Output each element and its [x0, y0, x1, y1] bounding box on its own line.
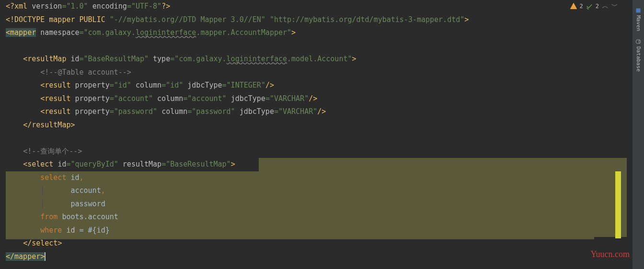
svg-point-1 — [639, 40, 641, 44]
code-line[interactable]: <result property="password" column="pass… — [0, 105, 632, 119]
code-line[interactable]: │ password — [0, 198, 632, 211]
check-icon[interactable] — [586, 3, 593, 10]
code-line[interactable]: <mapper namespace="com.galaxy.logininter… — [0, 26, 632, 40]
editor-area[interactable]: 2 2 ︿ ﹀ <?xml version="1.0" encoding="UT… — [0, 0, 632, 269]
database-tab[interactable]: Database — [634, 35, 643, 76]
code-line[interactable]: <!--查询单个--> — [0, 145, 632, 158]
code-line[interactable]: <?xml version="1.0" encoding="UTF-8"?> — [0, 0, 632, 13]
code-line[interactable]: </select> — [0, 237, 632, 250]
check-count: 2 — [596, 3, 599, 10]
code-line[interactable]: </resultMap> — [0, 119, 632, 132]
warning-count: 2 — [580, 3, 583, 10]
code-line[interactable]: </mapper> — [0, 250, 632, 264]
code-line[interactable]: │ account, — [0, 184, 632, 198]
scroll-marker[interactable] — [615, 171, 621, 238]
svg-rect-0 — [636, 9, 641, 13]
code-line[interactable]: <!DOCTYPE mapper PUBLIC "-//mybatis.org/… — [0, 13, 632, 27]
maven-tab[interactable]: Maven — [634, 4, 643, 35]
code-line[interactable]: <!--@Table account--> — [0, 66, 632, 79]
status-bar: 2 2 ︿ ﹀ — [570, 2, 618, 11]
code-line[interactable]: <select id="queryById" resultMap="BaseRe… — [0, 158, 632, 171]
code-line[interactable]: select id, — [0, 171, 632, 185]
nav-down-icon[interactable]: ﹀ — [611, 2, 618, 11]
watermark: Yuucn.com — [591, 249, 630, 259]
code-line[interactable]: <result property="account" column="accou… — [0, 92, 632, 106]
code-line[interactable]: <result property="id" column="id" jdbcTy… — [0, 79, 632, 92]
code-line[interactable]: where id = #{id} — [0, 224, 632, 237]
code-line[interactable]: from boots.account — [0, 211, 632, 224]
code-line[interactable]: <resultMap id="BaseResultMap" type="com.… — [0, 53, 632, 66]
right-sidebar: Maven Database — [632, 0, 644, 269]
nav-up-icon[interactable]: ︿ — [602, 2, 609, 11]
code-line[interactable] — [0, 40, 632, 53]
code-line[interactable] — [0, 132, 632, 145]
text-cursor — [45, 252, 46, 261]
warning-icon[interactable] — [570, 3, 577, 10]
